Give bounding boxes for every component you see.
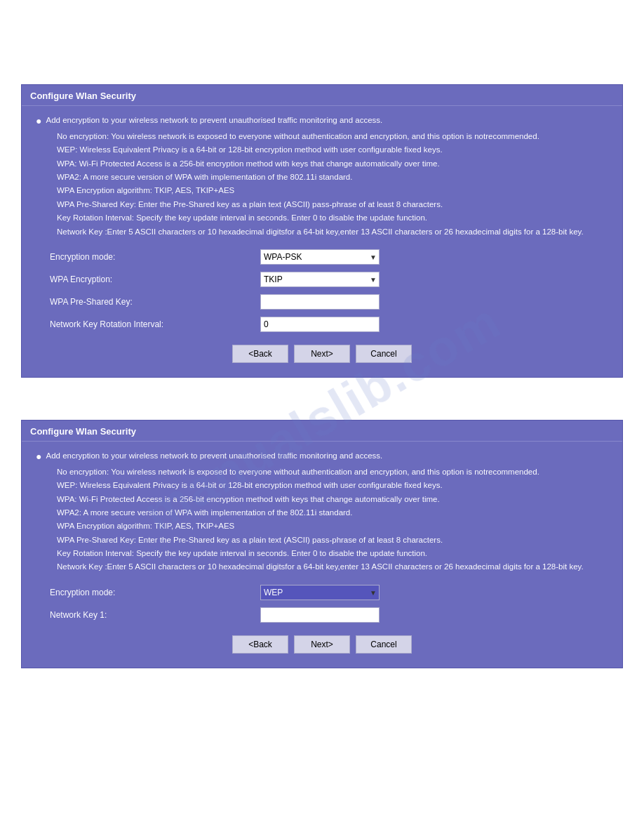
wpa-encryption-row: WPA Encryption: TKIP AES TKIP+AES: [43, 272, 601, 287]
wpa-psk-label: WPA Pre-Shared Key:: [43, 297, 260, 307]
encryption-mode-select-1[interactable]: None WEP WPA-PSK WPA2-PSK WPA-Enterprise: [260, 249, 380, 265]
p2-sub-line-6: WPA Pre-Shared Key: Enter the Pre-Shared…: [57, 534, 608, 546]
wpa-psk-control: [260, 294, 380, 310]
panel-1: Configure Wlan Security ● Add encryption…: [21, 84, 623, 378]
sub-line-1: No encryption: You wireless network is e…: [57, 130, 608, 143]
p2-sub-line-7: Key Rotation Interval: Specify the key u…: [57, 547, 608, 560]
back-button-2[interactable]: <Back: [232, 635, 288, 654]
sub-line-4: WPA2: A more secure version of WPA with …: [57, 171, 608, 183]
panel-2: Configure Wlan Security ● Add encryption…: [21, 420, 623, 668]
panel-2-description: ● Add encryption to your wireless networ…: [36, 450, 608, 574]
wpa-psk-row: WPA Pre-Shared Key:: [43, 294, 601, 310]
p2-sub-line-2: WEP: Wireless Equivalent Privacy is a 64…: [57, 479, 608, 491]
wpa-encryption-select[interactable]: TKIP AES TKIP+AES: [260, 272, 380, 287]
encryption-mode-row-1: Encryption mode: None WEP WPA-PSK WPA2-P…: [43, 249, 601, 265]
panel-2-sub-bullets: No encryption: You wireless network is e…: [36, 465, 608, 574]
sub-line-5: WPA Encryption algorithm: TKIP, AES, TKI…: [57, 184, 608, 197]
cancel-button-1[interactable]: Cancel: [356, 345, 412, 363]
wpa-encryption-control: TKIP AES TKIP+AES: [260, 272, 380, 287]
panel-2-buttons: <Back Next> Cancel: [43, 635, 601, 654]
p2-sub-line-3: WPA: Wi-Fi Protected Access is a 256-bit…: [57, 493, 608, 505]
sub-line-7: Key Rotation Interval: Specify the key u…: [57, 211, 608, 224]
p2-sub-line-8: Network Key :Enter 5 ASCII characters or…: [57, 560, 608, 573]
back-button-1[interactable]: <Back: [232, 345, 288, 363]
encryption-mode-label-2: Encryption mode:: [43, 588, 260, 597]
encryption-mode-select-wrapper-1: None WEP WPA-PSK WPA2-PSK WPA-Enterprise: [260, 249, 380, 265]
network-key-label: Network Key 1:: [43, 610, 260, 620]
panel-2-title: Configure Wlan Security: [22, 421, 622, 442]
wpa-encryption-select-wrapper: TKIP AES TKIP+AES: [260, 272, 380, 287]
bullet-dot-2: ●: [36, 451, 41, 463]
panel-1-form: Encryption mode: None WEP WPA-PSK WPA2-P…: [36, 249, 608, 363]
encryption-mode-select-wrapper-2: None WEP WPA-PSK WPA2-PSK WPA-Enterprise: [260, 585, 380, 600]
network-key-control: [260, 607, 380, 623]
p2-sub-line-5: WPA Encryption algorithm: TKIP, AES, TKI…: [57, 519, 608, 532]
panel-2-form: Encryption mode: None WEP WPA-PSK WPA2-P…: [36, 585, 608, 654]
sub-line-2: WEP: Wireless Equivalent Privacy is a 64…: [57, 143, 608, 156]
key-rotation-label: Network Key Rotation Interval:: [43, 319, 260, 329]
network-key-input[interactable]: [260, 607, 380, 623]
wpa-encryption-label: WPA Encryption:: [43, 274, 260, 284]
wpa-psk-input[interactable]: [260, 294, 380, 310]
p2-sub-line-4: WPA2: A more secure version of WPA with …: [57, 506, 608, 519]
bullet-main-text-1: Add encryption to your wireless network …: [46, 114, 382, 126]
encryption-mode-control-2: None WEP WPA-PSK WPA2-PSK WPA-Enterprise: [260, 585, 380, 600]
network-key-row: Network Key 1:: [43, 607, 601, 623]
sub-line-3: WPA: Wi-Fi Protected Access is a 256-bit…: [57, 157, 608, 170]
panel-1-description: ● Add encryption to your wireless networ…: [36, 114, 608, 238]
bullet-main-text-2: Add encryption to your wireless network …: [46, 450, 382, 462]
encryption-mode-select-2[interactable]: None WEP WPA-PSK WPA2-PSK WPA-Enterprise: [260, 585, 380, 600]
key-rotation-input[interactable]: [260, 317, 380, 332]
p2-sub-line-1: No encryption: You wireless network is e…: [57, 465, 608, 478]
cancel-button-2[interactable]: Cancel: [356, 635, 412, 654]
panel-1-sub-bullets: No encryption: You wireless network is e…: [36, 130, 608, 238]
encryption-mode-label-1: Encryption mode:: [43, 252, 260, 262]
next-button-2[interactable]: Next>: [294, 635, 350, 654]
encryption-mode-control-1: None WEP WPA-PSK WPA2-PSK WPA-Enterprise: [260, 249, 380, 265]
panel-1-title: Configure Wlan Security: [22, 85, 622, 106]
panel-1-buttons: <Back Next> Cancel: [43, 345, 601, 363]
key-rotation-row: Network Key Rotation Interval:: [43, 317, 601, 332]
sub-line-6: WPA Pre-Shared Key: Enter the Pre-Shared…: [57, 198, 608, 211]
key-rotation-control: [260, 317, 380, 332]
next-button-1[interactable]: Next>: [294, 345, 350, 363]
sub-line-8: Network Key :Enter 5 ASCII characters or…: [57, 225, 608, 238]
encryption-mode-row-2: Encryption mode: None WEP WPA-PSK WPA2-P…: [43, 585, 601, 600]
bullet-dot-1: ●: [36, 115, 41, 127]
